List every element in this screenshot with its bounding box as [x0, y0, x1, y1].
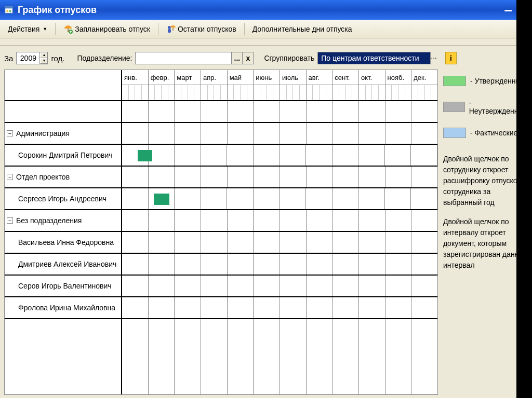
vacation-bar[interactable] — [154, 194, 169, 205]
month-header: дек. — [411, 70, 437, 85]
group-row: −Отдел проектов — [5, 167, 437, 188]
month-header: янв. — [122, 70, 149, 85]
month-header: окт. — [359, 70, 385, 85]
month-header: авг. — [307, 70, 333, 85]
month-header: июль — [280, 70, 307, 85]
svg-rect-2 — [7, 10, 9, 12]
hint-interval: Двойной щелчок по интервалу откроет доку… — [441, 212, 516, 275]
toolbar: Действия ▼ Запланировать отпуск Остатки … — [0, 20, 516, 38]
employee-row[interactable]: Сергеев Игорь Андреевич — [5, 188, 437, 210]
group-label: Сгруппировать — [264, 54, 314, 62]
name-column-header — [5, 70, 122, 100]
month-labels: янв.февр.мартапр.майиюньиюльавг.сент.окт… — [122, 70, 437, 85]
year-input[interactable] — [17, 53, 39, 63]
week-ticks — [122, 85, 437, 100]
division-input[interactable] — [135, 52, 232, 64]
data-rows: −АдминистрацияСорокин Дмитрий Петрович−О… — [5, 123, 437, 319]
remainders-label: Остатки отпусков — [178, 25, 236, 33]
legend-actual-label: - Фактические — [470, 129, 516, 137]
legend-unapproved: - Неутвержденные — [441, 92, 516, 121]
year-down-button[interactable]: ▼ — [40, 58, 47, 64]
collapse-icon[interactable]: − — [7, 217, 13, 224]
legend-actual: - Фактические — [441, 121, 516, 144]
umbrella-plus-icon — [63, 24, 73, 34]
swatch-actual — [443, 128, 466, 138]
person-umbrella-icon — [166, 24, 176, 34]
row-label: Серов Игорь Валентинович — [18, 282, 112, 290]
toolbar-spacer — [0, 38, 516, 46]
separator — [244, 23, 245, 35]
plan-label: Запланировать отпуск — [75, 25, 150, 33]
za-label: За — [4, 54, 13, 63]
group-select: По центрам ответственности ... — [317, 52, 437, 64]
month-header: март — [175, 70, 201, 85]
row-label: Без подразделения — [16, 216, 82, 225]
swatch-unapproved — [443, 102, 465, 112]
employee-row[interactable]: Дмитриев Алексей Иванович — [5, 254, 437, 276]
division-lookup: ... x — [135, 52, 254, 64]
header-row: янв.февр.мартапр.майиюньиюльавг.сент.окт… — [5, 70, 437, 101]
employee-row[interactable]: Сорокин Дмитрий Петрович — [5, 145, 437, 167]
separator — [158, 23, 158, 35]
collapse-icon[interactable]: − — [7, 174, 13, 180]
legend-approved: - Утвержденные — [441, 70, 516, 92]
row-label: Сорокин Дмитрий Петрович — [18, 151, 113, 159]
row-label: Отдел проектов — [16, 173, 70, 181]
separator — [55, 23, 56, 35]
row-label: Администрация — [16, 129, 70, 138]
vacation-bar[interactable] — [138, 150, 152, 161]
division-label: Подразделение: — [77, 54, 132, 62]
row-label: Дмитриев Алексей Иванович — [18, 260, 116, 268]
employee-row[interactable]: Фролова Ирина Михайловна — [5, 297, 437, 319]
group-row: −Без подразделения — [5, 210, 437, 232]
remainders-button[interactable]: Остатки отпусков — [162, 22, 241, 36]
row-label: Сергеев Игорь Андреевич — [18, 195, 107, 203]
month-header: май — [228, 70, 254, 85]
svg-rect-1 — [5, 7, 12, 9]
legend-approved-label: - Утвержденные — [470, 77, 516, 85]
group-value[interactable]: По центрам ответственности — [317, 52, 431, 64]
minimize-icon[interactable]: – — [504, 2, 512, 18]
month-header: июнь — [254, 70, 280, 85]
window-title: График отпусков — [18, 5, 97, 16]
actions-menu[interactable]: Действия ▼ — [3, 23, 52, 35]
month-header: сент. — [332, 70, 359, 85]
svg-rect-3 — [9, 10, 11, 12]
chevron-down-icon: ▼ — [43, 26, 47, 32]
legend-unapproved-label: - Неутвержденные — [469, 99, 516, 115]
hint-employee: Двойной щелчок по сотруднику откроет рас… — [441, 149, 516, 212]
month-header: февр. — [149, 70, 175, 85]
division-clear-button[interactable]: x — [242, 52, 254, 64]
side-panel: i - Утвержденные - Неутвержденные - Факт… — [441, 46, 516, 398]
year-up-button[interactable]: ▲ — [40, 52, 47, 58]
extra-days-button[interactable]: Дополнительные дни отпуска — [248, 23, 357, 35]
collapse-icon[interactable]: − — [7, 130, 13, 136]
division-select-button[interactable]: ... — [231, 52, 243, 64]
employee-row[interactable]: Васильева Инна Федоровна — [5, 232, 437, 254]
swatch-approved — [443, 76, 466, 86]
plan-vacation-button[interactable]: Запланировать отпуск — [59, 22, 155, 36]
titlebar: График отпусков – — [0, 0, 516, 20]
filter-row: За ▲ ▼ год. Подразделение: ... x Сгруппи… — [0, 46, 441, 70]
info-button[interactable]: i — [445, 52, 457, 64]
row-label: Фролова Ирина Михайловна — [18, 304, 115, 312]
legend: - Утвержденные - Неутвержденные - Фактич… — [441, 67, 516, 149]
employee-row[interactable]: Серов Игорь Валентинович — [5, 276, 437, 297]
gantt-chart: янв.февр.мартапр.майиюньиюльавг.сент.окт… — [4, 70, 438, 395]
year-spinner[interactable]: ▲ ▼ — [16, 52, 48, 64]
group-select-button[interactable]: ... — [431, 52, 437, 64]
month-header: апр. — [201, 70, 228, 85]
row-label: Васильева Инна Федоровна — [18, 238, 114, 246]
god-label: год. — [51, 54, 64, 63]
app-icon — [4, 5, 15, 15]
extra-days-label: Дополнительные дни отпуска — [252, 25, 352, 33]
month-header: нояб. — [385, 70, 412, 85]
actions-label: Действия — [8, 25, 39, 33]
window: График отпусков – Действия ▼ Запланирова… — [0, 0, 516, 398]
svg-rect-9 — [168, 29, 171, 33]
group-row: −Администрация — [5, 123, 437, 145]
